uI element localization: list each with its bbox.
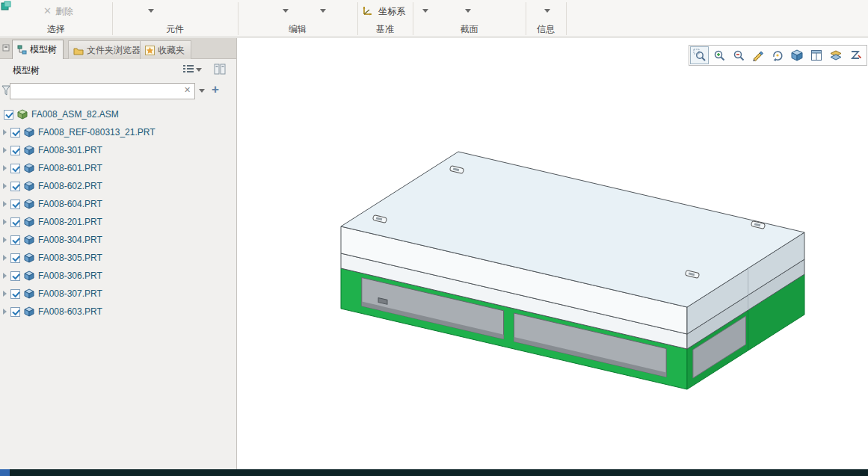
tab-model-tree[interactable]: 模型树: [12, 40, 64, 59]
tree-item-row[interactable]: FA008-603.PRT: [0, 303, 236, 321]
star-icon: [145, 46, 155, 55]
tree-item-row[interactable]: FA008-306.PRT: [0, 267, 236, 285]
tree-item-label: FA008-306.PRT: [38, 267, 102, 285]
navigator-panel: 模型树 文件夹浏览器 收藏夹 模型树: [0, 38, 236, 469]
tree-item-label: FA008_REF-080313_21.PRT: [38, 123, 156, 141]
app-corner-icon: [1, 1, 11, 13]
component-dropdown-caret-icon[interactable]: [148, 9, 154, 13]
search-options-caret-icon[interactable]: [199, 89, 205, 93]
tree-display-options-icon[interactable]: [182, 64, 202, 77]
tree-item-label: FA008-305.PRT: [38, 249, 102, 267]
search-clear-icon[interactable]: ✕: [184, 85, 191, 95]
status-corner-chip: [0, 469, 10, 476]
tree-item-row[interactable]: FA008-301.PRT: [0, 141, 236, 159]
expand-arrow-icon[interactable]: [3, 129, 7, 135]
tree-search-input[interactable]: [10, 83, 195, 99]
checkbox[interactable]: [10, 128, 20, 137]
tree-item-label: FA008-603.PRT: [38, 303, 102, 321]
tree-root-row[interactable]: FA008_ASM_82.ASM: [0, 105, 236, 123]
panel-dock-icon[interactable]: [2, 44, 10, 55]
tab-folder-browser[interactable]: 文件夹浏览器: [68, 40, 147, 59]
coordinate-system-button[interactable]: 坐标系: [362, 3, 405, 19]
tree-item-row[interactable]: FA008-604.PRT: [0, 195, 236, 213]
expand-arrow-icon[interactable]: [3, 183, 7, 189]
ribbon-toolbar: ✕删除 坐标系 选择 元件 编辑 基准 截面 信息: [0, 0, 868, 37]
layers-button[interactable]: [826, 46, 845, 64]
tree-item-row[interactable]: FA008_REF-080313_21.PRT: [0, 123, 236, 141]
tab-folder-browser-label: 文件夹浏览器: [87, 45, 141, 55]
tree-item-label: FA008-304.PRT: [38, 231, 102, 249]
part-icon: [24, 235, 34, 245]
tree-item-row[interactable]: FA008-305.PRT: [0, 249, 236, 267]
edit-dropdown-caret-icon[interactable]: [283, 9, 289, 13]
tree-search-bar: ✕ +: [0, 81, 236, 102]
tree-item-row[interactable]: FA008-201.PRT: [0, 213, 236, 231]
tree-item-label: FA008-604.PRT: [38, 195, 102, 213]
edit-dropdown-caret2-icon[interactable]: [320, 9, 326, 13]
zoom-window-button[interactable]: [690, 46, 709, 64]
checkbox[interactable]: [10, 217, 20, 227]
tree-root-label: FA008_ASM_82.ASM: [31, 105, 119, 123]
tree-item-row[interactable]: FA008-304.PRT: [0, 231, 236, 249]
ribbon-group-datum: 基准: [357, 23, 413, 36]
expand-arrow-icon[interactable]: [3, 237, 7, 243]
tree-item-label: FA008-301.PRT: [38, 141, 102, 159]
section-dropdown-caret2-icon[interactable]: [465, 9, 471, 13]
checkbox[interactable]: [10, 164, 20, 173]
navigator-tabstrip: 模型树 文件夹浏览器 收藏夹: [0, 38, 236, 59]
view-manager-button[interactable]: [807, 46, 825, 64]
expand-arrow-icon[interactable]: [3, 147, 7, 153]
zone-clip-button[interactable]: [846, 46, 864, 64]
checkbox[interactable]: [10, 307, 20, 317]
ribbon-group-component: 元件: [112, 23, 238, 36]
model-tree-icon: [17, 45, 27, 55]
search-add-icon[interactable]: +: [212, 82, 219, 97]
ribbon-group-edit: 编辑: [238, 23, 357, 36]
part-icon: [24, 181, 34, 191]
tree-item-row[interactable]: FA008-601.PRT: [0, 159, 236, 177]
ribbon-group-section: 截面: [413, 23, 526, 36]
expand-arrow-icon[interactable]: [3, 219, 7, 225]
tree-item-label: FA008-602.PRT: [38, 177, 102, 195]
zoom-out-button[interactable]: [729, 46, 748, 64]
checkbox[interactable]: [10, 289, 20, 299]
3d-model-mold-assembly[interactable]: [237, 38, 868, 469]
coordinate-system-label: 坐标系: [378, 6, 405, 16]
tab-favorites[interactable]: 收藏夹: [140, 40, 191, 59]
checkbox[interactable]: [4, 110, 13, 120]
part-icon: [24, 271, 34, 281]
reorient-button[interactable]: [768, 46, 787, 64]
saved-views-button[interactable]: [787, 46, 806, 64]
tree-item-row[interactable]: FA008-307.PRT: [0, 285, 236, 303]
checkbox[interactable]: [10, 146, 20, 155]
tree-item-label: FA008-307.PRT: [38, 285, 102, 303]
checkbox[interactable]: [10, 271, 20, 281]
model-tree: FA008_ASM_82.ASM FA008_REF-080313_21.PRT: [0, 105, 236, 469]
delete-label: 删除: [55, 6, 73, 16]
expand-arrow-icon[interactable]: [3, 165, 7, 171]
expand-arrow-icon[interactable]: [3, 309, 7, 315]
expand-arrow-icon[interactable]: [3, 291, 7, 297]
expand-arrow-icon[interactable]: [3, 201, 7, 207]
tab-favorites-label: 收藏夹: [158, 45, 185, 55]
info-dropdown-caret-icon[interactable]: [544, 9, 550, 13]
tree-header-bar: 模型树: [0, 60, 236, 80]
zoom-in-button[interactable]: [710, 46, 728, 64]
section-dropdown-caret-icon[interactable]: [422, 9, 428, 13]
part-icon: [24, 127, 34, 137]
part-icon: [24, 253, 34, 263]
checkbox[interactable]: [10, 253, 20, 263]
tree-title: 模型树: [13, 64, 40, 77]
ribbon-separator: [566, 2, 567, 35]
checkbox[interactable]: [10, 200, 20, 209]
repaint-button[interactable]: [748, 46, 767, 64]
tree-item-label: FA008-201.PRT: [38, 213, 102, 231]
checkbox[interactable]: [10, 235, 20, 245]
tree-item-row[interactable]: FA008-602.PRT: [0, 177, 236, 195]
checkbox[interactable]: [10, 182, 20, 191]
expand-arrow-icon[interactable]: [3, 273, 7, 279]
graphics-viewport[interactable]: [236, 38, 868, 469]
tree-columns-icon[interactable]: [214, 64, 226, 77]
expand-arrow-icon[interactable]: [3, 255, 7, 261]
delete-button[interactable]: ✕删除: [43, 4, 73, 19]
